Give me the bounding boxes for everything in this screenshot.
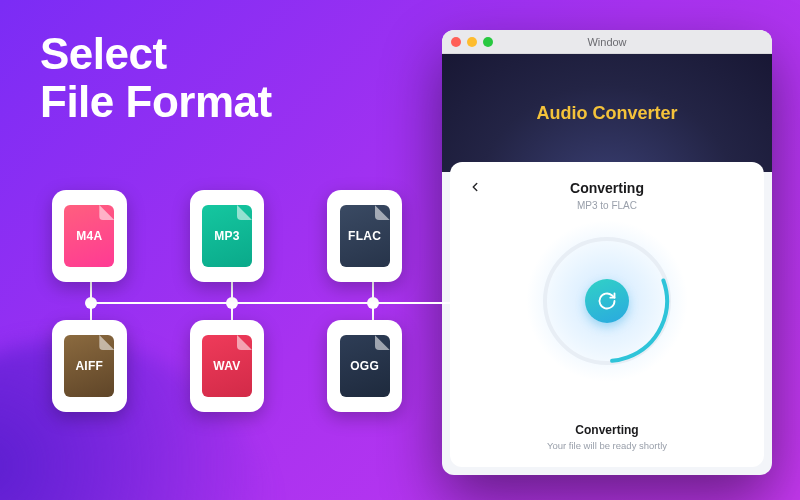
format-row-1: M4A MP3 FLAC: [52, 190, 402, 282]
status-title: Converting: [547, 423, 667, 437]
format-chip-ogg[interactable]: OGG: [327, 320, 402, 412]
progress-spinner: [543, 237, 671, 365]
card-subtitle: MP3 to FLAC: [577, 200, 637, 211]
format-label: WAV: [213, 359, 240, 373]
format-chip-mp3[interactable]: MP3: [190, 190, 265, 282]
file-icon: OGG: [340, 335, 390, 397]
file-icon: MP3: [202, 205, 252, 267]
file-icon: M4A: [64, 205, 114, 267]
back-button[interactable]: [464, 176, 486, 198]
window-title: Window: [587, 36, 626, 48]
format-label: AIFF: [75, 359, 103, 373]
card-title: Converting: [570, 180, 644, 196]
file-icon: FLAC: [340, 205, 390, 267]
app-title: Audio Converter: [536, 103, 677, 124]
format-chip-flac[interactable]: FLAC: [327, 190, 402, 282]
file-icon: WAV: [202, 335, 252, 397]
refresh-icon: [597, 291, 617, 311]
format-row-2: AIFF WAV OGG: [52, 320, 402, 412]
headline-line-2: File Format: [40, 78, 420, 126]
minimize-icon[interactable]: [467, 37, 477, 47]
window-controls: [451, 37, 493, 47]
connector-node: [226, 297, 238, 309]
format-label: MP3: [214, 229, 240, 243]
status-subtitle: Your file will be ready shortly: [547, 440, 667, 451]
format-chip-wav[interactable]: WAV: [190, 320, 265, 412]
maximize-icon[interactable]: [483, 37, 493, 47]
hero-banner: Audio Converter: [442, 54, 772, 172]
file-icon: AIFF: [64, 335, 114, 397]
connector-node: [367, 297, 379, 309]
connector-line: [90, 302, 470, 304]
format-label: FLAC: [348, 229, 381, 243]
format-chip-aiff[interactable]: AIFF: [52, 320, 127, 412]
format-chip-m4a[interactable]: M4A: [52, 190, 127, 282]
titlebar: Window: [442, 30, 772, 54]
format-label: OGG: [350, 359, 379, 373]
close-icon[interactable]: [451, 37, 461, 47]
app-window: Window Audio Converter Converting MP3 to…: [442, 30, 772, 475]
conversion-card: Converting MP3 to FLAC Converting Your f…: [450, 162, 764, 467]
card-footer: Converting Your file will be ready short…: [547, 423, 667, 453]
headline-line-1: Select: [40, 30, 420, 78]
format-label: M4A: [76, 229, 102, 243]
marketing-panel: Select File Format: [40, 30, 420, 127]
connector-node: [85, 297, 97, 309]
spinner-core: [585, 279, 629, 323]
chevron-left-icon: [468, 180, 482, 194]
headline: Select File Format: [40, 30, 420, 127]
